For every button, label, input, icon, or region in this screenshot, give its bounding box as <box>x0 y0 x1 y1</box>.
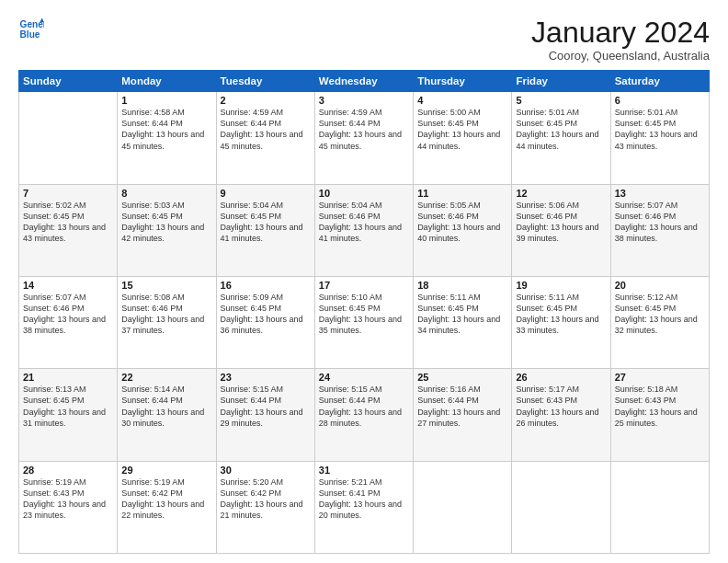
day-info: Sunrise: 5:09 AM Sunset: 6:45 PM Dayligh… <box>221 292 311 337</box>
day-number: 3 <box>319 95 409 106</box>
day-info: Sunrise: 5:02 AM Sunset: 6:45 PM Dayligh… <box>23 200 113 245</box>
calendar-cell: 15Sunrise: 5:08 AM Sunset: 6:46 PM Dayli… <box>118 276 216 368</box>
col-header-monday: Monday <box>118 71 216 92</box>
calendar-cell: 31Sunrise: 5:21 AM Sunset: 6:41 PM Dayli… <box>314 461 413 553</box>
col-header-sunday: Sunday <box>19 71 118 92</box>
day-number: 9 <box>221 188 311 199</box>
week-row-3: 14Sunrise: 5:07 AM Sunset: 6:46 PM Dayli… <box>19 276 710 368</box>
day-number: 24 <box>319 372 409 383</box>
calendar-cell: 26Sunrise: 5:17 AM Sunset: 6:43 PM Dayli… <box>512 369 610 461</box>
day-info: Sunrise: 5:01 AM Sunset: 6:45 PM Dayligh… <box>615 107 705 152</box>
day-number: 6 <box>615 95 705 106</box>
calendar-cell: 12Sunrise: 5:06 AM Sunset: 6:46 PM Dayli… <box>512 184 610 276</box>
day-info: Sunrise: 5:06 AM Sunset: 6:46 PM Dayligh… <box>516 200 606 245</box>
day-number: 13 <box>615 188 705 199</box>
calendar-cell: 30Sunrise: 5:20 AM Sunset: 6:42 PM Dayli… <box>216 461 314 553</box>
day-info: Sunrise: 4:58 AM Sunset: 6:44 PM Dayligh… <box>121 107 211 152</box>
calendar-cell: 23Sunrise: 5:15 AM Sunset: 6:44 PM Dayli… <box>216 369 314 461</box>
col-header-thursday: Thursday <box>414 71 512 92</box>
day-number: 28 <box>23 465 113 476</box>
day-number: 25 <box>417 372 507 383</box>
calendar-cell: 19Sunrise: 5:11 AM Sunset: 6:45 PM Dayli… <box>512 276 610 368</box>
day-info: Sunrise: 5:13 AM Sunset: 6:45 PM Dayligh… <box>23 384 113 429</box>
day-number: 10 <box>319 188 409 199</box>
calendar-cell <box>414 461 512 553</box>
calendar-cell <box>610 461 709 553</box>
col-header-tuesday: Tuesday <box>216 71 314 92</box>
day-info: Sunrise: 5:00 AM Sunset: 6:45 PM Dayligh… <box>417 107 507 152</box>
day-info: Sunrise: 4:59 AM Sunset: 6:44 PM Dayligh… <box>221 107 311 152</box>
calendar-cell <box>512 461 610 553</box>
calendar-cell: 1Sunrise: 4:58 AM Sunset: 6:44 PM Daylig… <box>118 92 216 184</box>
day-number: 15 <box>121 280 211 291</box>
day-number: 22 <box>121 372 211 383</box>
calendar-cell: 18Sunrise: 5:11 AM Sunset: 6:45 PM Dayli… <box>414 276 512 368</box>
calendar-cell: 14Sunrise: 5:07 AM Sunset: 6:46 PM Dayli… <box>19 276 118 368</box>
calendar-cell: 29Sunrise: 5:19 AM Sunset: 6:42 PM Dayli… <box>118 461 216 553</box>
day-number: 1 <box>121 95 211 106</box>
day-info: Sunrise: 5:14 AM Sunset: 6:44 PM Dayligh… <box>121 384 211 429</box>
day-info: Sunrise: 5:05 AM Sunset: 6:46 PM Dayligh… <box>417 200 507 245</box>
calendar-cell: 4Sunrise: 5:00 AM Sunset: 6:45 PM Daylig… <box>414 92 512 184</box>
day-info: Sunrise: 5:01 AM Sunset: 6:45 PM Dayligh… <box>516 107 606 152</box>
day-number: 29 <box>121 465 211 476</box>
week-row-2: 7Sunrise: 5:02 AM Sunset: 6:45 PM Daylig… <box>19 184 710 276</box>
day-info: Sunrise: 5:11 AM Sunset: 6:45 PM Dayligh… <box>417 292 507 337</box>
location-subtitle: Cooroy, Queensland, Australia <box>531 49 710 63</box>
svg-text:Blue: Blue <box>20 29 40 40</box>
calendar-cell: 6Sunrise: 5:01 AM Sunset: 6:45 PM Daylig… <box>610 92 709 184</box>
day-number: 21 <box>23 372 113 383</box>
day-number: 23 <box>221 372 311 383</box>
calendar-cell: 24Sunrise: 5:15 AM Sunset: 6:44 PM Dayli… <box>314 369 413 461</box>
day-number: 19 <box>516 280 606 291</box>
col-header-wednesday: Wednesday <box>314 71 413 92</box>
day-number: 18 <box>417 280 507 291</box>
calendar-table: SundayMondayTuesdayWednesdayThursdayFrid… <box>18 70 710 554</box>
day-number: 4 <box>417 95 507 106</box>
calendar-cell <box>19 92 118 184</box>
day-info: Sunrise: 5:12 AM Sunset: 6:45 PM Dayligh… <box>615 292 705 337</box>
calendar-cell: 11Sunrise: 5:05 AM Sunset: 6:46 PM Dayli… <box>414 184 512 276</box>
day-number: 14 <box>23 280 113 291</box>
day-info: Sunrise: 5:10 AM Sunset: 6:45 PM Dayligh… <box>319 292 409 337</box>
day-number: 5 <box>516 95 606 106</box>
day-info: Sunrise: 5:07 AM Sunset: 6:46 PM Dayligh… <box>23 292 113 337</box>
day-info: Sunrise: 5:07 AM Sunset: 6:46 PM Dayligh… <box>615 200 705 245</box>
header: General Blue January 2024 Cooroy, Queens… <box>18 17 710 63</box>
calendar-cell: 16Sunrise: 5:09 AM Sunset: 6:45 PM Dayli… <box>216 276 314 368</box>
calendar-cell: 7Sunrise: 5:02 AM Sunset: 6:45 PM Daylig… <box>19 184 118 276</box>
day-number: 30 <box>221 465 311 476</box>
calendar-cell: 22Sunrise: 5:14 AM Sunset: 6:44 PM Dayli… <box>118 369 216 461</box>
calendar-cell: 5Sunrise: 5:01 AM Sunset: 6:45 PM Daylig… <box>512 92 610 184</box>
col-header-saturday: Saturday <box>610 71 709 92</box>
calendar-cell: 21Sunrise: 5:13 AM Sunset: 6:45 PM Dayli… <box>19 369 118 461</box>
day-info: Sunrise: 5:04 AM Sunset: 6:46 PM Dayligh… <box>319 200 409 245</box>
day-number: 7 <box>23 188 113 199</box>
week-row-4: 21Sunrise: 5:13 AM Sunset: 6:45 PM Dayli… <box>19 369 710 461</box>
day-number: 20 <box>615 280 705 291</box>
day-info: Sunrise: 5:19 AM Sunset: 6:42 PM Dayligh… <box>121 477 211 522</box>
calendar-cell: 2Sunrise: 4:59 AM Sunset: 6:44 PM Daylig… <box>216 92 314 184</box>
week-row-1: 1Sunrise: 4:58 AM Sunset: 6:44 PM Daylig… <box>19 92 710 184</box>
day-info: Sunrise: 5:19 AM Sunset: 6:43 PM Dayligh… <box>23 477 113 522</box>
day-info: Sunrise: 5:21 AM Sunset: 6:41 PM Dayligh… <box>319 477 409 522</box>
calendar-cell: 17Sunrise: 5:10 AM Sunset: 6:45 PM Dayli… <box>314 276 413 368</box>
header-row: SundayMondayTuesdayWednesdayThursdayFrid… <box>19 71 710 92</box>
col-header-friday: Friday <box>512 71 610 92</box>
calendar-cell: 20Sunrise: 5:12 AM Sunset: 6:45 PM Dayli… <box>610 276 709 368</box>
day-number: 8 <box>121 188 211 199</box>
day-info: Sunrise: 5:17 AM Sunset: 6:43 PM Dayligh… <box>516 384 606 429</box>
logo-icon: General Blue <box>18 17 44 42</box>
day-number: 26 <box>516 372 606 383</box>
day-number: 27 <box>615 372 705 383</box>
calendar-cell: 27Sunrise: 5:18 AM Sunset: 6:43 PM Dayli… <box>610 369 709 461</box>
day-info: Sunrise: 5:15 AM Sunset: 6:44 PM Dayligh… <box>221 384 311 429</box>
day-number: 2 <box>221 95 311 106</box>
day-info: Sunrise: 4:59 AM Sunset: 6:44 PM Dayligh… <box>319 107 409 152</box>
calendar-cell: 25Sunrise: 5:16 AM Sunset: 6:44 PM Dayli… <box>414 369 512 461</box>
day-number: 16 <box>221 280 311 291</box>
day-info: Sunrise: 5:15 AM Sunset: 6:44 PM Dayligh… <box>319 384 409 429</box>
calendar-cell: 8Sunrise: 5:03 AM Sunset: 6:45 PM Daylig… <box>118 184 216 276</box>
calendar-cell: 28Sunrise: 5:19 AM Sunset: 6:43 PM Dayli… <box>19 461 118 553</box>
day-info: Sunrise: 5:11 AM Sunset: 6:45 PM Dayligh… <box>516 292 606 337</box>
